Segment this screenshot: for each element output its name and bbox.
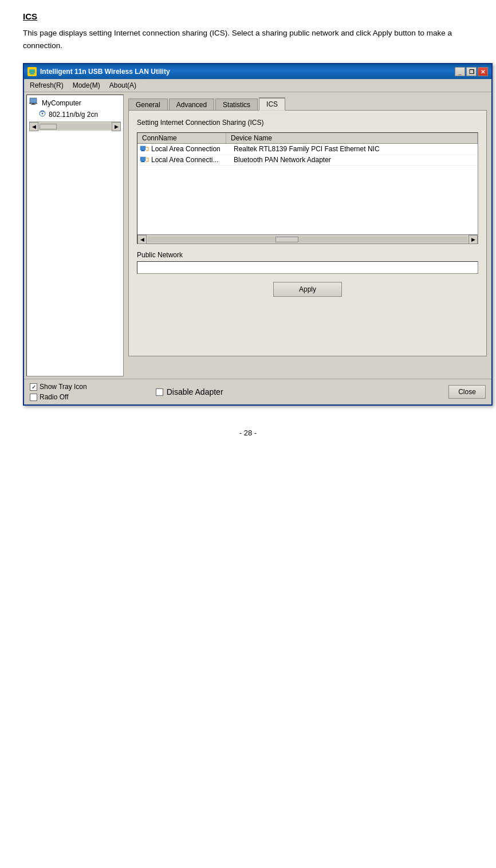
bottom-right: Close [448, 385, 486, 399]
menu-refresh[interactable]: Refresh(R) [27, 80, 66, 91]
conn-name-2: Local Area Connecti... [151, 156, 230, 164]
table-row[interactable]: Local Area Connecti... Bluetooth PAN Net… [137, 155, 478, 166]
tab-general[interactable]: General [128, 99, 168, 111]
tab-advanced[interactable]: Advanced [169, 99, 214, 111]
table-scrollbar[interactable]: ◀ ▶ [137, 234, 478, 243]
radio-off-label: Radio Off [40, 393, 68, 401]
show-tray-icon-label: Show Tray Icon [40, 383, 87, 391]
computer-icon [29, 97, 40, 108]
scroll-left-btn[interactable]: ◀ [137, 235, 147, 244]
svg-point-8 [42, 113, 44, 115]
sidebar-scroll-right[interactable]: ▶ [112, 122, 121, 131]
svg-rect-10 [141, 150, 144, 151]
restore-button[interactable]: ❐ [466, 67, 477, 76]
svg-rect-9 [140, 146, 145, 150]
svg-rect-14 [141, 162, 145, 162]
col-header-device: Device Name [226, 133, 478, 143]
sidebar-scroll-left[interactable]: ◀ [29, 122, 38, 131]
sidebar-scroll-area: ◀ ▶ [29, 121, 121, 131]
scroll-thumb[interactable] [275, 237, 298, 242]
content-area: General Advanced Statistics ICS Setting … [126, 95, 489, 376]
apply-button[interactable]: Apply [273, 282, 342, 297]
connection-icon-1 [140, 145, 149, 153]
minimize-button[interactable]: _ [455, 67, 465, 76]
ics-section-title: Setting Internet Connection Sharing (ICS… [137, 119, 478, 127]
svg-rect-6 [31, 104, 36, 105]
connection-icon-2 [140, 156, 149, 164]
title-bar-left: Intelligent 11n USB Wireless LAN Utility [27, 67, 170, 76]
sidebar-computer: MyComputer [29, 97, 121, 108]
tab-ics-content: Setting Internet Connection Sharing (ICS… [128, 110, 487, 356]
title-bar-buttons: _ ❐ ✕ [455, 67, 488, 76]
table-row[interactable]: Local Area Connection Realtek RTL8139 Fa… [137, 144, 478, 155]
adapter-icon [38, 109, 46, 119]
menu-about[interactable]: About(A) [107, 80, 139, 91]
conn-name-1: Local Area Connection [151, 145, 230, 153]
page-number: - 28 - [23, 429, 473, 437]
col-header-connname: ConnName [137, 133, 226, 143]
scroll-track [148, 237, 467, 242]
connection-table: ConnName Device Name [137, 132, 478, 244]
dialog-window: Intelligent 11n USB Wireless LAN Utility… [23, 63, 493, 406]
public-network-input[interactable] [137, 261, 478, 274]
conn-device-1: Realtek RTL8139 Family PCI Fast Ethernet… [230, 145, 478, 153]
show-tray-icon-check[interactable] [30, 383, 37, 391]
public-network-label: Public Network [137, 251, 478, 259]
tab-statistics[interactable]: Statistics [215, 99, 258, 111]
app-icon [27, 67, 37, 76]
bottom-bar: Show Tray Icon Radio Off Disable Adapter… [24, 379, 491, 404]
svg-rect-4 [29, 103, 37, 104]
sidebar-adapter[interactable]: 802.11n/b/g 2cn [29, 109, 121, 119]
tabs: General Advanced Statistics ICS [126, 95, 489, 110]
disable-adapter-label: Disable Adapter [167, 387, 223, 396]
radio-off-checkbox[interactable]: Radio Off [30, 393, 87, 401]
svg-rect-5 [32, 104, 34, 104]
table-header: ConnName Device Name [137, 133, 478, 144]
disable-adapter-check[interactable] [156, 388, 163, 396]
sidebar: MyComputer 802.11n/b/g 2cn ◀ [26, 95, 124, 376]
sidebar-computer-label: MyComputer [42, 99, 81, 107]
page-title: ICS [23, 11, 473, 21]
title-bar: Intelligent 11n USB Wireless LAN Utility… [24, 64, 491, 79]
conn-device-2: Bluetooth PAN Network Adapter [230, 156, 478, 164]
menu-bar: Refresh(R) Mode(M) About(A) [24, 79, 491, 92]
radio-off-check[interactable] [30, 394, 37, 401]
svg-rect-13 [141, 161, 144, 162]
close-button[interactable]: Close [448, 385, 486, 399]
menu-mode[interactable]: Mode(M) [70, 80, 103, 91]
scroll-right-btn[interactable]: ▶ [469, 235, 478, 244]
svg-rect-3 [30, 98, 37, 103]
svg-rect-2 [30, 74, 34, 74]
svg-rect-11 [141, 151, 145, 151]
show-tray-icon-checkbox[interactable]: Show Tray Icon [30, 383, 87, 391]
window-close-button[interactable]: ✕ [478, 67, 488, 76]
sidebar-adapter-label: 802.11n/b/g 2cn [49, 111, 98, 119]
page-description: This page displays setting Internet conn… [23, 27, 473, 52]
svg-rect-0 [29, 69, 35, 73]
svg-rect-12 [140, 157, 145, 161]
tab-ics[interactable]: ICS [259, 97, 285, 111]
window-title: Intelligent 11n USB Wireless LAN Utility [40, 68, 170, 76]
svg-rect-1 [30, 73, 34, 74]
dialog-body: MyComputer 802.11n/b/g 2cn ◀ [24, 92, 491, 379]
